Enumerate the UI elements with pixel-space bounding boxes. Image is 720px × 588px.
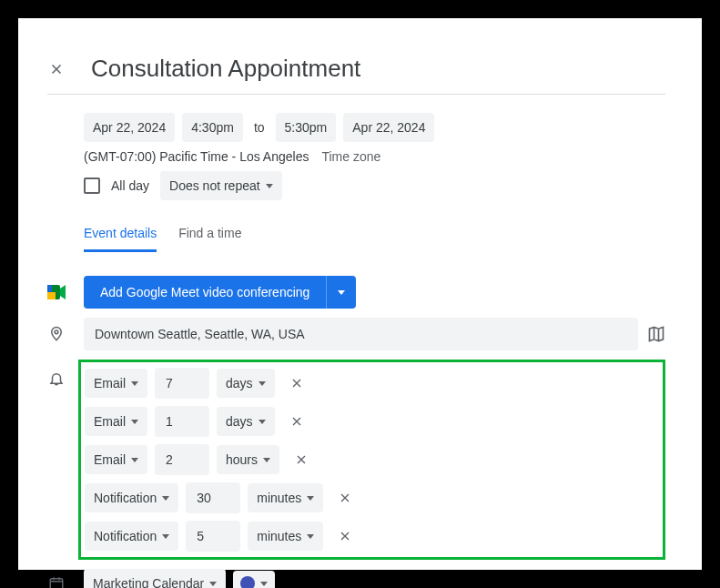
chevron-down-icon (259, 420, 266, 424)
chevron-down-icon (131, 458, 138, 462)
notification-item: Email days (85, 406, 659, 437)
event-title[interactable]: Consultation Appointment (91, 55, 360, 83)
notification-unit-dropdown[interactable]: minutes (248, 522, 323, 551)
notification-amount-input[interactable] (155, 406, 209, 437)
tabs-row: Event details Find a time (47, 226, 665, 269)
timezone-display: (GMT-07:00) Pacific Time - Los Angeles (84, 149, 309, 164)
notification-unit-dropdown[interactable]: days (217, 407, 275, 436)
end-date-field[interactable]: Apr 22, 2024 (343, 113, 434, 142)
chevron-down-icon (263, 458, 270, 462)
notification-item: Notification minutes (85, 482, 659, 513)
notification-item: Email hours (85, 444, 659, 475)
remove-notification-button[interactable] (282, 407, 311, 436)
map-icon[interactable] (647, 325, 665, 343)
notification-amount-input[interactable] (155, 444, 209, 475)
chevron-down-icon (307, 534, 314, 539)
remove-notification-button[interactable] (330, 522, 360, 551)
recurrence-dropdown[interactable]: Does not repeat (160, 171, 282, 200)
chevron-down-icon (266, 184, 273, 188)
notification-method-dropdown[interactable]: Email (85, 407, 147, 436)
color-dropdown[interactable] (233, 571, 275, 588)
to-label: to (250, 120, 269, 135)
allday-checkbox[interactable] (84, 177, 100, 194)
notification-method-dropdown[interactable]: Notification (85, 522, 178, 551)
allday-row: All day Does not repeat (47, 171, 665, 200)
chevron-down-icon (259, 381, 266, 386)
svg-rect-2 (47, 292, 56, 299)
chevron-down-icon (162, 496, 169, 501)
notifications-row: Email days Email days Email h (47, 360, 665, 560)
svg-marker-3 (60, 285, 66, 299)
notification-method-dropdown[interactable]: Notification (85, 483, 178, 512)
header: Consultation Appointment (47, 55, 665, 95)
chevron-down-icon (209, 582, 217, 586)
notification-unit-dropdown[interactable]: hours (217, 445, 279, 474)
calendar-icon (48, 575, 65, 588)
google-meet-icon (47, 285, 66, 299)
notification-method-dropdown[interactable]: Email (85, 369, 147, 398)
notification-amount-input[interactable] (186, 521, 240, 552)
allday-label: All day (107, 178, 153, 193)
bell-icon (48, 370, 65, 387)
start-date-field[interactable]: Apr 22, 2024 (84, 113, 175, 142)
svg-point-4 (55, 330, 58, 334)
remove-notification-button[interactable] (287, 445, 316, 474)
chevron-down-icon (307, 496, 314, 501)
chevron-down-icon (260, 582, 268, 586)
notification-item: Email days (85, 368, 659, 399)
notification-unit-dropdown[interactable]: minutes (248, 483, 323, 512)
chevron-down-icon (131, 381, 138, 386)
notification-amount-input[interactable] (155, 368, 209, 399)
chevron-down-icon (162, 534, 169, 539)
location-row (47, 318, 665, 350)
timezone-link[interactable]: Time zone (321, 149, 380, 164)
notifications-highlight-box: Email days Email days Email h (78, 360, 665, 560)
location-input[interactable] (84, 318, 638, 350)
recurrence-label: Does not repeat (169, 178, 260, 193)
remove-notification-button[interactable] (330, 483, 360, 512)
calendar-dropdown[interactable]: Marketing Calendar (84, 569, 226, 588)
tab-event-details[interactable]: Event details (84, 226, 157, 252)
remove-notification-button[interactable] (282, 369, 311, 398)
color-swatch (240, 576, 255, 588)
svg-rect-5 (50, 579, 63, 588)
meet-dropdown-button[interactable] (326, 276, 356, 309)
notification-unit-dropdown[interactable]: days (217, 369, 275, 398)
chevron-down-icon (338, 290, 345, 295)
notification-amount-input[interactable] (186, 482, 240, 513)
notification-method-dropdown[interactable]: Email (85, 445, 147, 474)
datetime-row: Apr 22, 2024 4:30pm to 5:30pm Apr 22, 20… (47, 113, 665, 164)
calendar-row: Marketing Calendar (47, 569, 665, 588)
tab-find-a-time[interactable]: Find a time (178, 226, 241, 252)
end-time-field[interactable]: 5:30pm (276, 113, 337, 142)
add-meet-button-group: Add Google Meet video conferencing (84, 276, 356, 309)
add-meet-button[interactable]: Add Google Meet video conferencing (84, 276, 326, 309)
chevron-down-icon (131, 420, 138, 424)
location-pin-icon (48, 326, 65, 342)
notification-item: Notification minutes (85, 521, 659, 552)
video-conferencing-row: Add Google Meet video conferencing (47, 276, 665, 309)
close-icon[interactable] (47, 60, 66, 78)
event-editor-panel: Consultation Appointment Apr 22, 2024 4:… (18, 18, 702, 570)
start-time-field[interactable]: 4:30pm (182, 113, 243, 142)
